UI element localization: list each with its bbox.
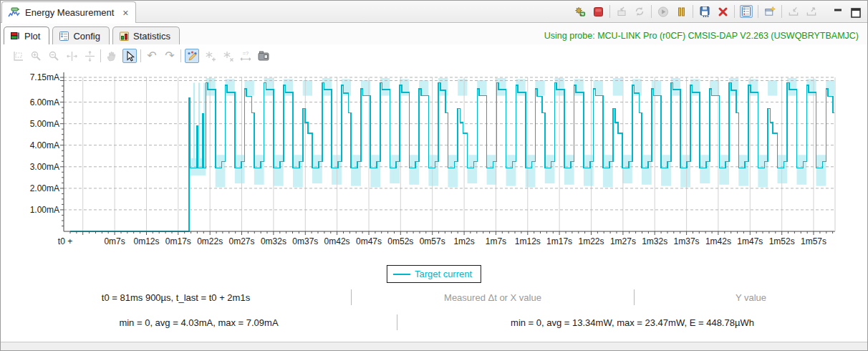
save-data-icon[interactable] [698, 5, 711, 18]
svg-text:0m22s: 0m22s [197, 236, 223, 246]
svg-text:4.00mA: 4.00mA [30, 140, 59, 150]
tab-statistics-label: Statistics [133, 31, 170, 42]
toolbar-separator [734, 5, 735, 18]
marker-remove-icon[interactable] [221, 49, 235, 63]
view-tab-folder: Plot Config Statistics Using probe: MCU-… [1, 24, 867, 44]
tab-config[interactable]: Config [52, 27, 110, 44]
svg-text:6.00mA: 6.00mA [30, 97, 59, 107]
stop-icon[interactable] [592, 5, 604, 18]
power-stats-text: min = 0, avg = 13.34mW, max = 23.47mW, E… [397, 317, 867, 328]
plot-toolbar: ↶ ↷ =? [1, 45, 867, 67]
view-window-buttons [833, 6, 862, 18]
snapshot-icon[interactable] [256, 49, 271, 63]
config-tab-icon [59, 31, 69, 42]
measure-delta-icon[interactable]: =? [238, 49, 253, 63]
energy-plot-canvas[interactable]: 7.15mA6.00mA5.00mA4.00mA3.00mA2.00mA1.00… [1, 68, 868, 253]
title-bar: Energy Measurement × [1, 1, 867, 23]
minimize-view-icon[interactable] [833, 8, 844, 18]
svg-text:1m37s: 1m37s [674, 236, 700, 246]
svg-text:3.00mA: 3.00mA [30, 162, 59, 172]
measurement-info-row: t0 = 81ms 900µs, t_last = t0 + 2m1s Meas… [1, 289, 867, 306]
pan-icon[interactable] [105, 49, 119, 63]
svg-text:1m22s: 1m22s [578, 236, 604, 246]
view-tab-energy-measurement[interactable]: Energy Measurement × [1, 1, 136, 23]
toolbar-separator [180, 49, 181, 62]
svg-text:0m12s: 0m12s [133, 236, 159, 246]
marker-add-icon[interactable] [203, 49, 217, 63]
import-trace-icon[interactable] [787, 5, 800, 18]
fit-horizontal-icon[interactable] [64, 49, 79, 63]
svg-text:0m57s: 0m57s [420, 236, 445, 246]
legend-label: Target current [415, 269, 472, 279]
main-toolbar [574, 1, 867, 22]
pause-icon[interactable] [675, 5, 688, 18]
launch-config-icon[interactable] [574, 5, 587, 18]
pointer-icon[interactable] [122, 49, 137, 63]
measured-dt-label: Measured Δt or X value [352, 292, 634, 303]
edit-samples-icon[interactable] [185, 49, 199, 63]
tab-plot-label: Plot [24, 31, 40, 42]
svg-text:1m17s: 1m17s [546, 236, 572, 246]
svg-text:1m47s: 1m47s [737, 236, 763, 246]
zoom-out-icon[interactable] [47, 49, 61, 63]
toolbar-separator [609, 5, 610, 18]
redo-icon[interactable]: ↷ [163, 49, 177, 63]
export-trace-icon[interactable] [805, 5, 818, 18]
toolbar-separator [758, 5, 758, 18]
toggle-config-view-icon[interactable] [740, 5, 753, 18]
svg-text:0m17s: 0m17s [165, 236, 191, 246]
delete-data-icon[interactable] [716, 5, 729, 18]
maximize-view-icon[interactable] [850, 8, 862, 18]
svg-text:0m7s: 0m7s [104, 236, 125, 246]
svg-text:0m37s: 0m37s [292, 236, 318, 246]
tab-statistics[interactable]: Statistics [112, 27, 180, 44]
svg-text:1m42s: 1m42s [705, 236, 731, 246]
svg-text:1m57s: 1m57s [801, 236, 826, 246]
fit-vertical-icon[interactable] [82, 49, 97, 63]
svg-text:1m2s: 1m2s [453, 236, 474, 246]
stats-info-row: min = 0, avg = 4.03mA, max = 7.09mA min … [1, 314, 867, 331]
restore-target-icon[interactable] [615, 5, 628, 18]
svg-text:1.00mA: 1.00mA [30, 205, 59, 215]
zoom-region-icon[interactable] [11, 49, 25, 63]
tab-config-label: Config [73, 31, 100, 42]
open-new-view-icon[interactable] [763, 5, 776, 18]
toolbar-separator [781, 5, 782, 18]
resume-icon[interactable] [657, 5, 670, 18]
energy-measurement-window: Energy Measurement × [0, 0, 868, 351]
t0-info-text: t0 = 81ms 900µs, t_last = t0 + 2m1s [1, 292, 351, 303]
toolbar-separator [100, 49, 101, 62]
tab-plot[interactable]: Plot [4, 27, 49, 44]
plot-tab-icon [10, 31, 21, 42]
svg-text:1m12s: 1m12s [515, 236, 541, 246]
svg-text:t0 +: t0 + [58, 236, 72, 246]
svg-text:2.00mA: 2.00mA [30, 183, 59, 193]
toolbar-separator [140, 49, 141, 62]
svg-text:1m52s: 1m52s [769, 236, 795, 246]
current-stats-text: min = 0, avg = 4.03mA, max = 7.09mA [1, 317, 397, 328]
svg-text:1m27s: 1m27s [610, 236, 636, 246]
y-value-label: Y value [635, 292, 867, 303]
probe-status-text: Using probe: MCU-LINK Pro (r0CF) CMSIS-D… [544, 31, 867, 44]
legend-line-sample [393, 274, 410, 275]
svg-text:1m32s: 1m32s [642, 236, 667, 246]
svg-text:1m7s: 1m7s [486, 236, 506, 246]
svg-text:=?: =? [243, 50, 249, 57]
svg-text:0m47s: 0m47s [356, 236, 382, 246]
close-view-icon[interactable]: × [122, 7, 128, 19]
energy-measurement-icon [8, 7, 21, 19]
svg-text:5.00mA: 5.00mA [30, 119, 59, 129]
view-tab-label: Energy Measurement [25, 7, 114, 18]
svg-text:7.15mA: 7.15mA [30, 72, 59, 82]
legend: Target current [387, 265, 481, 283]
statistics-tab-icon [119, 31, 130, 42]
svg-text:0m27s: 0m27s [228, 236, 254, 246]
svg-text:0m32s: 0m32s [261, 236, 286, 246]
status-bar [1, 342, 867, 350]
toolbar-separator [693, 5, 693, 18]
refresh-icon[interactable] [633, 5, 646, 18]
toolbar-separator [651, 5, 652, 18]
zoom-in-icon[interactable] [29, 49, 43, 63]
svg-text:0m42s: 0m42s [324, 236, 350, 246]
undo-icon[interactable]: ↶ [145, 49, 159, 63]
